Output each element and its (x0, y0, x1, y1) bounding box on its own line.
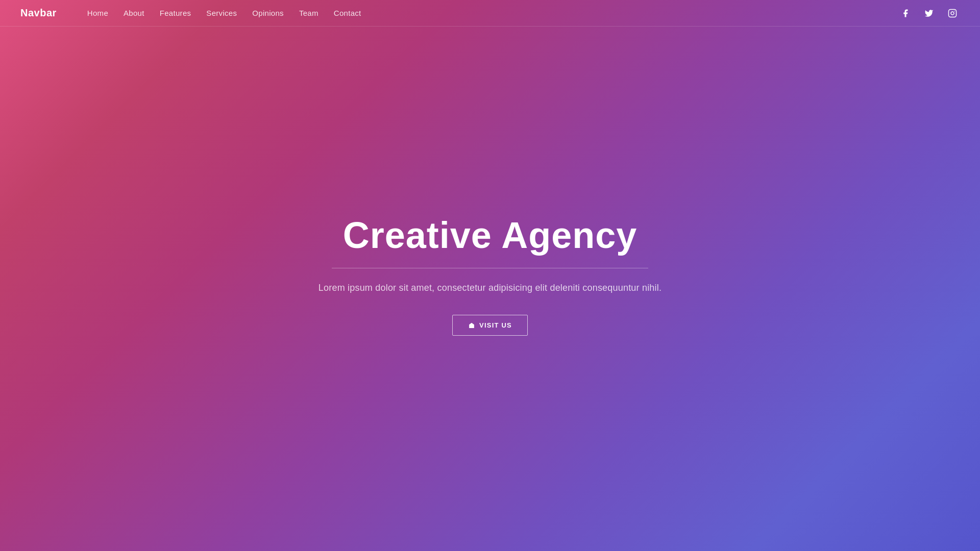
visit-us-button[interactable]: VISIT US (452, 315, 528, 336)
hero-title: Creative Agency (343, 215, 638, 256)
nav-social (898, 6, 960, 20)
nav-link-team[interactable]: Team (299, 9, 318, 17)
nav-link-about[interactable]: About (124, 9, 144, 17)
twitter-icon[interactable] (922, 6, 936, 20)
facebook-icon[interactable] (898, 6, 913, 20)
navbar: Navbar HomeAboutFeaturesServicesOpinions… (0, 0, 980, 27)
visit-us-label: VISIT US (479, 321, 512, 329)
hero-divider (332, 268, 648, 268)
instagram-icon[interactable] (945, 6, 960, 20)
nav-link-home[interactable]: Home (87, 9, 108, 17)
nav-link-opinions[interactable]: Opinions (252, 9, 284, 17)
nav-brand[interactable]: Navbar (20, 7, 57, 19)
home-icon (468, 322, 475, 329)
nav-link-services[interactable]: Services (206, 9, 237, 17)
hero-section: Creative Agency Lorem ipsum dolor sit am… (0, 0, 980, 551)
hero-subtitle: Lorem ipsum dolor sit amet, consectetur … (318, 283, 662, 293)
nav-link-contact[interactable]: Contact (334, 9, 361, 17)
nav-links: HomeAboutFeaturesServicesOpinionsTeamCon… (87, 9, 898, 18)
svg-rect-0 (949, 9, 957, 17)
nav-link-features[interactable]: Features (160, 9, 191, 17)
